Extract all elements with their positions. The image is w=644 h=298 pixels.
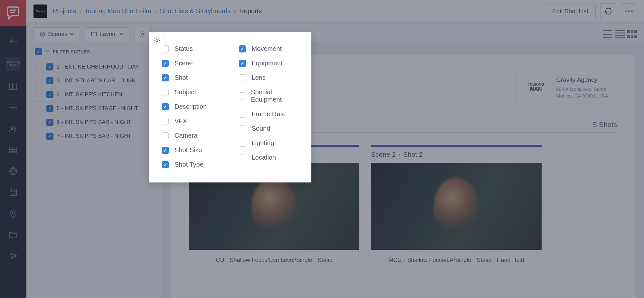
view-compact-icon[interactable] xyxy=(615,30,625,38)
edit-shotlist-button[interactable]: Edit Shot List xyxy=(545,4,596,19)
drag-handle-icon[interactable]: ⋮⋮ xyxy=(34,93,43,96)
scene-row[interactable]: ⋮⋮ 3 - INT. STUART'S CAR - DUSK 4 xyxy=(32,74,156,88)
svg-point-11 xyxy=(12,212,14,214)
card-accent xyxy=(371,145,542,147)
column-option[interactable]: Description xyxy=(162,103,222,110)
project-thumbnail[interactable]: Gravity xyxy=(33,5,47,18)
svg-point-3 xyxy=(14,127,16,129)
scene-row[interactable]: ⋮⋮ 2 - EXT. NEIGHBORHOOD - DAY 5 xyxy=(32,60,156,74)
scene-checkbox[interactable] xyxy=(46,133,53,140)
drag-handle-icon[interactable]: ⋮⋮ xyxy=(34,66,43,68)
column-option[interactable]: Frame Rate xyxy=(239,110,299,118)
breadcrumb-current: Reports xyxy=(239,7,262,15)
scene-name: 7 - INT. SKIPP'S BAR - NIGHT xyxy=(57,133,148,139)
column-checkbox[interactable] xyxy=(239,74,246,81)
column-checkbox[interactable] xyxy=(239,125,246,132)
view-grid-icon[interactable] xyxy=(627,30,637,38)
column-checkbox[interactable] xyxy=(239,92,245,99)
column-option[interactable]: Special Equipment xyxy=(239,88,299,103)
scenes-dropdown[interactable]: Scenes xyxy=(33,27,80,41)
column-option[interactable]: Shot Size xyxy=(162,146,222,154)
column-checkbox[interactable] xyxy=(162,161,169,168)
app-logo[interactable] xyxy=(0,0,26,26)
sidebar-project-icon[interactable]: TOURINGMAN xyxy=(6,57,20,71)
column-checkbox[interactable] xyxy=(162,89,169,96)
breadcrumb-film[interactable]: Touring Man Short Film xyxy=(85,7,151,15)
toolbar: Scenes Layout xyxy=(26,23,644,42)
column-checkbox[interactable] xyxy=(239,111,246,118)
column-checkbox[interactable] xyxy=(239,154,246,161)
svg-point-6 xyxy=(13,168,14,170)
column-option[interactable]: Subject xyxy=(162,88,222,96)
column-option[interactable]: Shot Type xyxy=(162,161,222,168)
scene-row[interactable]: ⋮⋮ 5 - INT. SKIPP'S STAGE - NIGHT 2 xyxy=(32,101,156,115)
layout-dropdown[interactable]: Layout xyxy=(85,27,129,41)
column-option[interactable]: Equipment xyxy=(239,60,299,67)
column-checkbox[interactable] xyxy=(162,147,169,154)
column-checkbox[interactable] xyxy=(162,60,169,67)
column-checkbox[interactable] xyxy=(239,140,246,147)
shot-card[interactable]: Scene 2›Shot 2 MCU·Shallow Focus/LA/Sing… xyxy=(371,145,542,264)
filter-icon xyxy=(45,50,50,54)
scene-row[interactable]: ⋮⋮ 6 - INT. SKIPP'S BAR - NIGHT 3 xyxy=(32,115,156,129)
settings-button[interactable] xyxy=(135,26,151,42)
scene-name: 4 - INT. SKIPP'S KITCHEN - .. xyxy=(57,91,148,98)
sidebar-reel-icon[interactable] xyxy=(7,165,19,177)
column-option[interactable]: Location xyxy=(239,154,299,161)
scene-checkbox[interactable] xyxy=(46,119,53,126)
print-button[interactable] xyxy=(600,3,616,19)
scene-checkbox[interactable] xyxy=(46,91,53,98)
scene-checkbox[interactable] xyxy=(46,77,53,84)
scene-checkbox[interactable] xyxy=(46,63,53,70)
column-checkbox[interactable] xyxy=(162,74,169,81)
scene-name: 3 - INT. STUART'S CAR - DUSK xyxy=(57,78,148,84)
column-checkbox[interactable] xyxy=(239,45,246,52)
sidebar-table-icon[interactable] xyxy=(7,144,19,156)
sidebar-sliders-icon[interactable] xyxy=(7,250,19,262)
column-option[interactable]: Status xyxy=(162,45,222,52)
column-option[interactable]: Lighting xyxy=(239,139,299,147)
sidebar-folder-icon[interactable] xyxy=(7,229,19,241)
drag-handle-icon[interactable]: ⋮⋮ xyxy=(34,121,43,124)
column-option[interactable]: VFX xyxy=(162,117,222,125)
column-checkbox[interactable] xyxy=(162,103,169,110)
column-option[interactable]: Shot xyxy=(162,74,222,81)
scene-shot-count: 5 Shots xyxy=(593,121,617,129)
filter-all-checkbox[interactable] xyxy=(35,48,42,55)
sidebar-list-icon[interactable] xyxy=(7,102,19,113)
column-option[interactable]: Sound xyxy=(239,125,299,132)
app-sidebar: TOURINGMAN xyxy=(0,0,26,298)
breadcrumb-projects[interactable]: Projects xyxy=(53,7,76,15)
more-button[interactable] xyxy=(621,3,637,19)
column-checkbox[interactable] xyxy=(239,60,246,67)
card-meta: MCU·Shallow Focus/LA/Single·Static·Hand … xyxy=(371,257,542,264)
column-checkbox[interactable] xyxy=(162,132,169,139)
app-header: Gravity Projects › Touring Man Short Fil… xyxy=(26,0,644,23)
filter-label: FILTER SCENES xyxy=(53,49,90,54)
sidebar-calendar-icon[interactable] xyxy=(7,187,19,198)
scene-checkbox[interactable] xyxy=(46,105,53,112)
sidebar-back-icon[interactable] xyxy=(7,35,19,47)
agency-addr1: 604 Arizona Ave, Santa xyxy=(556,86,608,92)
scene-row[interactable]: ⋮⋮ 7 - INT. SKIPP'S BAR - NIGHT 1 xyxy=(32,129,156,143)
drag-handle-icon[interactable]: ⋮⋮ xyxy=(34,135,43,137)
drag-handle-icon[interactable]: ⋮⋮ xyxy=(34,79,43,82)
view-list-icon[interactable] xyxy=(603,30,612,38)
column-option[interactable]: Movement xyxy=(239,45,299,52)
column-option[interactable]: Scene xyxy=(162,60,222,67)
sidebar-people-icon[interactable] xyxy=(7,123,19,135)
drag-handle-icon[interactable]: ⋮⋮ xyxy=(34,107,43,110)
column-checkbox[interactable] xyxy=(162,118,169,125)
svg-rect-4 xyxy=(10,147,17,153)
column-option[interactable]: Lens xyxy=(239,74,299,81)
column-label: Scene xyxy=(175,60,193,67)
breadcrumb-shotlists[interactable]: Shot Lists & Storyboards xyxy=(160,7,231,15)
column-label: Subject xyxy=(175,88,196,96)
column-label: Special Equipment xyxy=(251,88,298,103)
settings-button-active[interactable] xyxy=(149,32,165,48)
scene-row[interactable]: ⋮⋮ 4 - INT. SKIPP'S KITCHEN - .. 2 xyxy=(32,88,156,101)
column-option[interactable]: Camera xyxy=(162,132,222,139)
sidebar-location-icon[interactable] xyxy=(7,208,19,219)
sidebar-boards-icon[interactable] xyxy=(7,80,19,92)
svg-point-8 xyxy=(13,173,14,174)
